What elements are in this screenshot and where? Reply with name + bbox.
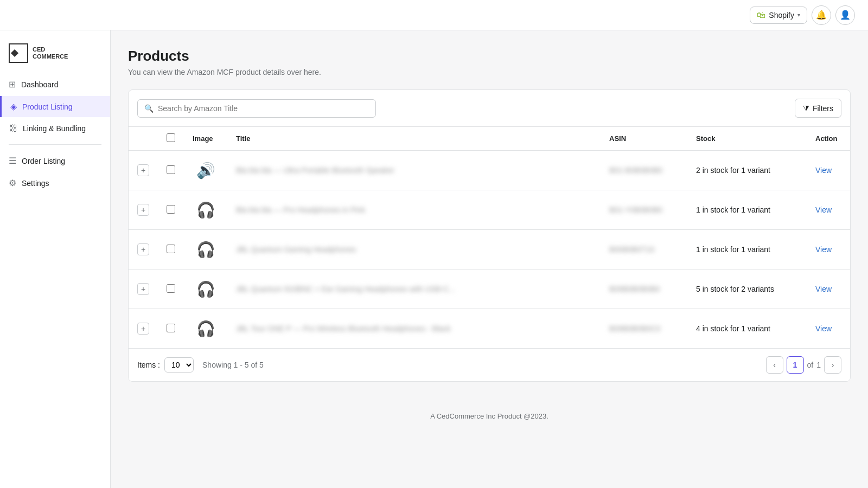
pagination-bar: Items : 10 25 50 Showing 1 - 5 of 5 ‹ 1 … (129, 348, 850, 381)
product-table: Image Title ASIN Stock (129, 127, 850, 348)
expand-row-button[interactable]: + (137, 283, 149, 295)
page-subtitle: You can view the Amazon MCF product deta… (128, 68, 851, 76)
shopify-button[interactable]: 🛍 Shopify ▾ (750, 7, 807, 24)
footer: A CedCommerce Inc Product @2023. (128, 399, 851, 433)
col-title-header: Title (227, 127, 601, 151)
table-row: +🎧Bla bla bla — Pro Headphones in PinkB0… (129, 190, 850, 230)
col-asin-header: ASIN (601, 127, 687, 151)
shopify-bag-icon: 🛍 (757, 10, 765, 20)
product-title: Bla bla bla — Ultra Portable Bluetooth S… (236, 166, 394, 175)
shopify-label: Shopify (769, 11, 794, 20)
user-button[interactable]: 👤 (835, 5, 855, 25)
product-image: 🎧 (193, 197, 219, 223)
product-stock: 2 in stock for 1 variant (696, 166, 770, 175)
filter-label: Filters (813, 104, 833, 113)
sidebar-item-product-listing[interactable]: ◈ Product Listing (0, 96, 110, 117)
expand-row-button[interactable]: + (137, 164, 149, 176)
product-image: 🔊 (193, 157, 219, 183)
user-icon: 👤 (840, 10, 851, 20)
product-title: Bla bla bla — Pro Headphones in Pink (236, 206, 365, 214)
product-asin: B00B0B0T10 (609, 245, 654, 254)
expand-row-button[interactable]: + (137, 204, 149, 216)
table-row: +🎧JBL Tour ONE P — Pro Wireless Bluetoot… (129, 309, 850, 349)
search-filter-bar: 🔍 ⧩ Filters (129, 90, 850, 127)
linking-bundling-icon: ⛓ (9, 124, 17, 133)
product-stock: 1 in stock for 1 variant (696, 206, 770, 214)
bell-icon: 🔔 (816, 10, 827, 20)
product-card: 🔍 ⧩ Filters (128, 89, 851, 382)
product-stock: 4 in stock for 1 variant (696, 324, 770, 333)
table-row: +🎧JBL Quantum Gaming HeadphonesB00B0B0T1… (129, 230, 850, 269)
dashboard-icon: ⊞ (9, 79, 16, 89)
view-product-link[interactable]: View (815, 245, 832, 254)
prev-page-button[interactable]: ‹ (766, 356, 783, 374)
expand-row-button[interactable]: + (137, 323, 149, 335)
sidebar-item-label: Settings (22, 179, 49, 188)
topbar: 🛍 Shopify ▾ 🔔 👤 (0, 0, 868, 30)
table-header-row: Image Title ASIN Stock (129, 127, 850, 151)
logo-text: CED COMMERCE (33, 46, 68, 60)
main-content: Products You can view the Amazon MCF pro… (111, 30, 868, 488)
product-image: 🎧 (193, 316, 219, 342)
chevron-down-icon: ▾ (797, 12, 800, 18)
row-checkbox[interactable] (167, 165, 175, 174)
product-asin: B09B0B0B0C0 (609, 324, 660, 333)
product-title: JBL Tour ONE P — Pro Wireless Bluetooth … (236, 324, 451, 333)
sidebar-item-label: Linking & Bundling (23, 124, 86, 133)
page-title: Products (128, 48, 851, 65)
logo-diamond-icon (11, 49, 18, 57)
view-product-link[interactable]: View (815, 324, 832, 333)
sidebar-item-dashboard[interactable]: ⊞ Dashboard (0, 74, 110, 95)
product-listing-icon: ◈ (10, 101, 17, 112)
product-title: JBL Quantum 910BNC + Ear Gaming Headphon… (236, 285, 455, 293)
row-checkbox[interactable] (167, 284, 175, 293)
footer-text: A CedCommerce Inc Product @2023. (430, 412, 548, 420)
sidebar-item-label: Order Listing (22, 157, 65, 165)
view-product-link[interactable]: View (815, 285, 832, 293)
product-image: 🎧 (193, 276, 219, 302)
row-checkbox[interactable] (167, 245, 175, 253)
product-stock: 1 in stock for 1 variant (696, 245, 770, 254)
view-product-link[interactable]: View (815, 166, 832, 175)
view-product-link[interactable]: View (815, 206, 832, 214)
product-stock: 5 in stock for 2 variants (696, 285, 774, 293)
select-all-checkbox[interactable] (167, 133, 175, 142)
search-icon: 🔍 (144, 104, 154, 113)
sidebar-nav: ⊞ Dashboard ◈ Product Listing ⛓ Linking … (0, 74, 110, 194)
order-listing-icon: ☰ (9, 156, 16, 166)
col-action-header: Action (807, 127, 850, 151)
table-row: +🎧JBL Quantum 910BNC + Ear Gaming Headph… (129, 269, 850, 309)
page-nav: ‹ 1 of 1 › (766, 356, 841, 374)
filter-icon: ⧩ (803, 104, 809, 113)
items-per-page: Items : 10 25 50 (137, 357, 194, 373)
product-title: JBL Quantum Gaming Headphones (236, 245, 356, 254)
settings-icon: ⚙ (9, 178, 16, 188)
current-page: 1 (787, 356, 804, 374)
sidebar-item-settings[interactable]: ⚙ Settings (0, 172, 110, 194)
sidebar-item-label: Dashboard (21, 80, 59, 89)
page-of-label: of (807, 361, 814, 369)
row-checkbox[interactable] (167, 324, 175, 332)
sidebar-item-order-listing[interactable]: ☰ Order Listing (0, 150, 110, 171)
items-per-page-select[interactable]: 10 25 50 (164, 357, 194, 373)
sidebar-item-label: Product Listing (22, 102, 73, 111)
col-check (158, 127, 184, 151)
sidebar-divider (9, 144, 101, 145)
filters-button[interactable]: ⧩ Filters (795, 99, 841, 118)
expand-row-button[interactable]: + (137, 243, 149, 255)
sidebar-item-linking-bundling[interactable]: ⛓ Linking & Bundling (0, 118, 110, 139)
items-label: Items : (137, 361, 160, 369)
search-input[interactable] (158, 104, 369, 113)
sidebar-logo: CED COMMERCE (0, 39, 110, 74)
next-page-button[interactable]: › (824, 356, 841, 374)
total-pages: 1 (816, 361, 821, 369)
row-checkbox[interactable] (167, 205, 175, 214)
table-row: +🔊Bla bla bla — Ultra Portable Bluetooth… (129, 151, 850, 190)
col-image-header: Image (184, 127, 227, 151)
sidebar: CED COMMERCE ⊞ Dashboard ◈ Product Listi… (0, 30, 111, 488)
showing-text: Showing 1 - 5 of 5 (202, 361, 264, 369)
logo-box (9, 43, 28, 63)
col-expand (129, 127, 158, 151)
search-box: 🔍 (137, 99, 376, 118)
notification-button[interactable]: 🔔 (812, 5, 831, 25)
